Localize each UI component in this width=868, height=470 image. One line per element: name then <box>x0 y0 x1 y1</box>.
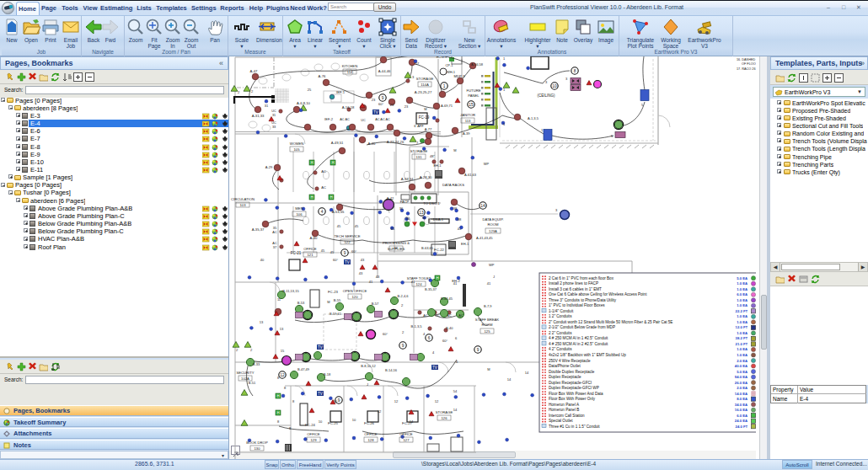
svg-text:WP: WP <box>484 162 490 166</box>
svg-text:B-18: B-18 <box>324 372 331 377</box>
svg-text:MDP-9: MDP-9 <box>453 74 465 78</box>
svg-text:1: 1 <box>503 56 506 61</box>
svg-text:6' AFF: 6' AFF <box>414 124 424 128</box>
svg-text:AC AC AC: AC AC AC <box>375 118 390 121</box>
svg-text:B-51: B-51 <box>249 381 256 385</box>
svg-text:BOOK DROP: BOOK DROP <box>246 441 268 445</box>
svg-text:H: H <box>330 195 332 200</box>
svg-text:H: H <box>310 195 313 200</box>
svg-text:2-1/2" Conduit Below Grade fro: 2-1/2" Conduit Below Grade from MDP <box>549 325 615 329</box>
svg-text:FC-23: FC-23 <box>328 290 339 294</box>
svg-text:B-2,4,6: B-2,4,6 <box>398 294 410 298</box>
svg-text:AC AC: AC AC <box>340 118 350 121</box>
svg-text:DATA RACKS: DATA RACKS <box>442 183 464 187</box>
svg-text:B-35,37: B-35,37 <box>425 287 437 291</box>
svg-text:14: 14 <box>453 408 458 412</box>
svg-text:OF FLOO: OF FLOO <box>742 62 756 66</box>
svg-text:12: 12 <box>378 409 382 414</box>
svg-text:SECURITY: SECURITY <box>236 371 254 375</box>
svg-text:FC-25: FC-25 <box>328 421 339 425</box>
svg-text:41: 41 <box>453 281 458 286</box>
svg-text:3: 3 <box>565 77 568 81</box>
svg-text:A-1,3,5: A-1,3,5 <box>499 147 500 148</box>
svg-text:H: H <box>276 411 279 415</box>
svg-text:B-11,13,15: B-11,13,15 <box>282 289 299 293</box>
svg-text:TV: TV <box>318 392 323 396</box>
svg-text:A-6,8,10: A-6,8,10 <box>297 101 311 105</box>
svg-text:21.0 FT: 21.0 FT <box>736 342 748 346</box>
svg-text:60°: 60° <box>351 249 356 254</box>
svg-text:WP: WP <box>489 263 495 267</box>
svg-text:38: 38 <box>458 217 462 222</box>
svg-text:STORAGE: STORAGE <box>410 149 428 153</box>
svg-text:2: 2 <box>251 89 254 93</box>
svg-text:DSA-1: DSA-1 <box>433 217 444 222</box>
svg-text:6: 6 <box>428 336 431 340</box>
svg-text:2: 2 <box>236 348 238 352</box>
svg-text:45: 45 <box>321 248 325 253</box>
svg-text:5.0 EA: 5.0 EA <box>737 370 747 374</box>
svg-text:38: 38 <box>453 206 458 211</box>
svg-text:1.0 EA: 1.0 EA <box>737 331 747 335</box>
svg-text:B-1,3,5: B-1,3,5 <box>411 324 423 328</box>
svg-text:45: 45 <box>355 224 359 228</box>
svg-text:STORAGE: STORAGE <box>416 77 434 81</box>
svg-text:EH-1: EH-1 <box>461 242 469 246</box>
svg-text:14: 14 <box>480 204 485 208</box>
svg-text:Duplex Receptacle-GFCI: Duplex Receptacle-GFCI <box>549 381 592 385</box>
svg-text:45: 45 <box>337 224 341 228</box>
svg-text:STORAGE: STORAGE <box>436 410 453 414</box>
svg-text:37: 37 <box>273 245 277 249</box>
svg-text:22.2 FT: 22.2 FT <box>736 309 748 313</box>
svg-text:17. RACO 26: 17. RACO 26 <box>737 67 756 71</box>
svg-text:3: 3 <box>555 208 558 212</box>
svg-text:A-39: A-39 <box>463 131 470 136</box>
svg-text:5.0 EA: 5.0 EA <box>737 276 747 280</box>
svg-text:Install 2 phone lines to FACP: Install 2 phone lines to FACP <box>549 281 598 286</box>
svg-text:1.0 EA: 1.0 EA <box>737 287 747 291</box>
svg-text:B-40: B-40 <box>446 326 453 330</box>
svg-text:DATA EQUIP.: DATA EQUIP. <box>482 217 503 222</box>
svg-text:KITCHEN: KITCHEN <box>342 64 357 68</box>
svg-text:AC: AC <box>423 314 428 318</box>
svg-text:B-63,65: B-63,65 <box>421 246 434 250</box>
svg-text:A-1,3,5: A-1,3,5 <box>528 116 539 120</box>
svg-text:26.0 EA: 26.0 EA <box>735 381 747 385</box>
svg-text:41: 41 <box>411 280 415 284</box>
svg-text:14.0 EA: 14.0 EA <box>735 392 747 396</box>
svg-text:OFFICE: OFFICE <box>399 432 413 436</box>
svg-text:60°: 60° <box>378 102 383 106</box>
svg-text:STAFF BREAK: STAFF BREAK <box>475 318 500 322</box>
svg-text:3: 3 <box>546 87 547 88</box>
svg-text:12: 12 <box>280 373 285 377</box>
svg-text:EF-1: EF-1 <box>440 154 441 155</box>
svg-text:13: 13 <box>280 327 284 331</box>
svg-text:14: 14 <box>507 377 512 382</box>
svg-text:24.0 FT: 24.0 FT <box>736 425 748 429</box>
svg-text:UC: UC <box>271 121 276 125</box>
svg-text:40.0 EA: 40.0 EA <box>735 364 747 368</box>
svg-text:4 # 250 MCM Al in 2 #2.5" Cond: 4 # 250 MCM Al in 2 #2.5" Conduit <box>549 342 608 346</box>
svg-text:UC: UC <box>361 119 366 122</box>
svg-text:A-69,71: A-69,71 <box>441 104 453 108</box>
svg-text:2 2" Conduits: 2 2" Conduits <box>549 331 572 335</box>
svg-text:OFFICE: OFFICE <box>364 432 378 436</box>
svg-text:JANITOR: JANITOR <box>460 113 475 117</box>
svg-text:FACP: FACP <box>400 200 410 204</box>
svg-text:54: 54 <box>453 389 458 393</box>
svg-text:9: 9 <box>477 348 480 352</box>
svg-text:A-76: A-76 <box>319 74 327 78</box>
svg-text:Double Duplex Receptacle: Double Duplex Receptacle <box>549 370 595 374</box>
svg-text:1: 1 <box>503 88 506 92</box>
svg-text:1.0 EA: 1.0 EA <box>737 347 747 351</box>
svg-text:23: 23 <box>390 103 394 107</box>
svg-text:M: M <box>394 246 397 250</box>
svg-text:FC-24: FC-24 <box>305 423 316 427</box>
svg-text:A-56,58: A-56,58 <box>471 62 484 67</box>
svg-text:1: 1 <box>541 128 544 132</box>
svg-text:60°: 60° <box>383 332 388 336</box>
svg-text:Intercom Call Station: Intercom Call Station <box>549 414 585 418</box>
svg-text:36: 36 <box>406 216 410 221</box>
svg-text:B-7,9: B-7,9 <box>484 304 492 308</box>
svg-text:PROCESSING &: PROCESSING & <box>383 241 410 245</box>
